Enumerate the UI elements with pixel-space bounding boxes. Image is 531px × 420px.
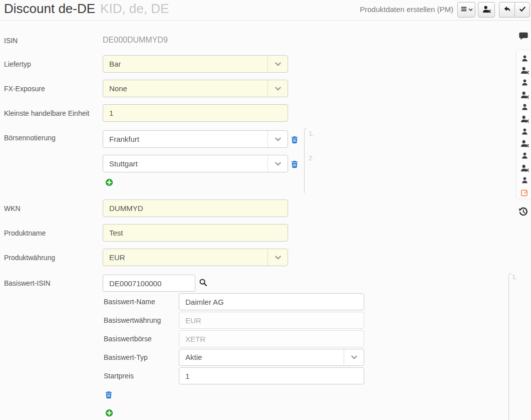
boersennotierung-group-line [304, 128, 307, 193]
wkn-input[interactable] [103, 199, 288, 217]
basiswert-search-button[interactable] [199, 278, 207, 289]
trash-icon [105, 390, 113, 401]
reviewer-rail [516, 50, 531, 199]
basiswert-name-label: Basiswert-Name [104, 297, 176, 306]
comment-button[interactable] [518, 31, 528, 43]
user-x-icon[interactable] [516, 89, 531, 101]
plus-icon [105, 178, 113, 188]
boersennotierung-select-1[interactable]: Frankfurt [103, 130, 288, 148]
plus-icon [105, 409, 113, 419]
isin-value: DE000DUMMYD9 [103, 36, 168, 45]
chevron-down-icon [268, 131, 288, 147]
basiswert-typ-selected-value: Aktie [185, 349, 202, 365]
delete-boersennotierung-1-button[interactable] [291, 135, 299, 146]
produktname-label: Produktname [4, 229, 100, 238]
user-icon[interactable] [516, 52, 531, 64]
produktname-input[interactable] [103, 224, 288, 242]
page-title-main: Discount de-DE [4, 1, 95, 16]
undo-icon [503, 6, 511, 15]
product-editor-page: Discount de-DEKID, de, DE Produktdaten e… [0, 0, 531, 420]
wkn-label: WKN [4, 204, 100, 213]
basiswert-index: 1. [512, 273, 517, 281]
user-icon[interactable] [516, 174, 531, 186]
startpreis-label: Startpreis [104, 371, 176, 380]
trash-icon [291, 135, 299, 146]
basiswert-typ-label: Basiswert-Typ [104, 353, 176, 362]
chevron-down-icon [268, 56, 288, 72]
undo-button[interactable] [499, 2, 514, 18]
check-icon [519, 6, 526, 14]
liefertyp-selected-value: Bar [109, 56, 121, 72]
chevron-down-icon [268, 155, 288, 172]
user-remove-button[interactable] [478, 2, 495, 18]
boersennotierung-2-selected-value: Stuttgart [109, 155, 138, 172]
boersennotierung-index-2: 2. [309, 154, 314, 162]
delete-basiswert-button[interactable] [105, 390, 113, 401]
chevron-down-icon [344, 349, 364, 365]
produktwaehrung-select[interactable]: EUR [103, 249, 288, 266]
boersennotierung-label: Börsennotierung [4, 133, 100, 142]
user-icon[interactable] [516, 101, 531, 113]
user-x-icon[interactable] [516, 64, 531, 76]
basiswertboerse-label: Basiswertbörse [104, 334, 176, 343]
add-boersennotierung-button[interactable] [105, 178, 113, 188]
startpreis-input[interactable] [179, 367, 364, 384]
basiswertboerse-input [179, 330, 364, 347]
basiswert-name-input[interactable] [179, 293, 364, 310]
fx-exposure-select[interactable]: None [103, 80, 288, 97]
kleinste-einheit-label: Kleinste handelbare Einheit [4, 109, 100, 118]
isin-label: ISIN [4, 36, 100, 45]
boersennotierung-index-1: 1. [309, 130, 314, 137]
history-button[interactable] [518, 207, 528, 219]
trash-icon [291, 160, 299, 170]
produktwaehrung-selected-value: EUR [109, 249, 125, 266]
search-icon [199, 278, 207, 289]
boersennotierung-select-2[interactable]: Stuttgart [103, 155, 288, 172]
user-x-icon[interactable] [516, 137, 531, 149]
menu-icon [460, 6, 467, 14]
add-basiswert-button[interactable] [105, 409, 113, 419]
user-icon[interactable] [516, 77, 531, 89]
boersennotierung-1-selected-value: Frankfurt [109, 131, 139, 147]
menu-button[interactable] [457, 2, 475, 18]
confirm-button-group [499, 2, 530, 18]
delete-boersennotierung-2-button[interactable] [291, 160, 299, 170]
user-icon[interactable] [516, 125, 531, 137]
history-icon [518, 209, 528, 218]
comment-icon [518, 34, 528, 43]
confirm-button[interactable] [514, 2, 530, 18]
kleinste-einheit-input[interactable] [103, 104, 288, 122]
user-x-icon[interactable] [516, 113, 531, 125]
basiswertwaehrung-input [179, 312, 364, 329]
fx-exposure-label: FX-Exposure [4, 84, 100, 93]
chevron-down-icon [268, 249, 288, 266]
page-title-subtitle: KID, de, DE [100, 1, 169, 16]
basiswert-group-line [508, 273, 511, 420]
chevron-down-icon [468, 6, 473, 14]
basiswert-typ-select[interactable]: Aktie [179, 349, 364, 366]
basiswertwaehrung-label: Basiswertwährung [104, 316, 176, 325]
liefertyp-label: Liefertyp [4, 60, 100, 69]
basiswert-isin-label: Basiswert-ISIN [4, 279, 100, 288]
produktwaehrung-label: Produktwährung [4, 253, 100, 262]
workflow-status-label: Produktdaten erstellen (PM) [311, 5, 453, 14]
fx-exposure-selected-value: None [109, 80, 127, 97]
header-divider [0, 20, 531, 21]
user-x-icon[interactable] [516, 162, 531, 174]
liefertyp-select[interactable]: Bar [103, 55, 288, 73]
user-icon[interactable] [516, 150, 531, 162]
chevron-down-icon [268, 80, 288, 97]
user-x-icon [482, 5, 491, 15]
basiswert-isin-input[interactable] [103, 275, 195, 292]
edit-icon[interactable] [516, 186, 531, 198]
page-title: Discount de-DEKID, de, DE [4, 1, 169, 17]
